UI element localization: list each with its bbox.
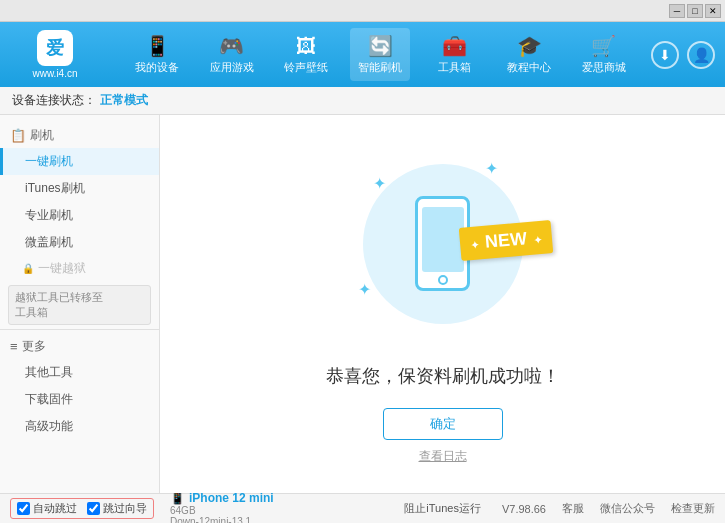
sidebar-divider: [0, 329, 159, 330]
status-bar: 设备连接状态： 正常模式: [0, 87, 725, 115]
phone-screen: [422, 207, 464, 272]
sidebar-section-flash: 📋 刷机: [0, 123, 159, 148]
success-illustration: NEW ✦ ✦ ✦: [343, 144, 543, 344]
skip-wizard-checkbox[interactable]: 跳过向导: [87, 501, 147, 516]
nav-mall[interactable]: 🛒 爱思商城: [574, 28, 634, 81]
download-button[interactable]: ⬇: [651, 41, 679, 69]
bottom-right: 阻止iTunes运行 V7.98.66 客服 微信公众号 检查更新: [399, 499, 715, 518]
wallpaper-icon: 🖼: [296, 35, 316, 58]
other-tools-label: 其他工具: [25, 365, 73, 379]
one-click-flash-label: 一键刷机: [25, 154, 73, 168]
more-section-label: 更多: [22, 338, 46, 355]
device-info: 📱 iPhone 12 mini 64GB Down-12mini-13,1: [170, 491, 274, 524]
logo-area: 爱 www.i4.cn: [0, 22, 110, 87]
tutorial-icon: 🎓: [517, 34, 542, 58]
sidebar-section-more: ≡ 更多: [0, 334, 159, 359]
itunes-flash-label: iTunes刷机: [25, 181, 85, 195]
sidebar-item-itunes-flash[interactable]: iTunes刷机: [0, 175, 159, 202]
nav-toolbox[interactable]: 🧰 工具箱: [425, 28, 485, 81]
sidebar-item-other-tools[interactable]: 其他工具: [0, 359, 159, 386]
secondary-link[interactable]: 查看日志: [419, 448, 467, 465]
sidebar-item-pro-flash[interactable]: 专业刷机: [0, 202, 159, 229]
status-value: 正常模式: [100, 92, 148, 109]
more-section-icon: ≡: [10, 339, 18, 354]
header: 爱 www.i4.cn 📱 我的设备 🎮 应用游戏 🖼 铃声壁纸 🔄 智能刷机 …: [0, 22, 725, 87]
nav-right: ⬇ 👤: [651, 41, 725, 69]
flash-section-label: 刷机: [30, 127, 54, 144]
nav-wallpaper[interactable]: 🖼 铃声壁纸: [276, 29, 336, 81]
toolbox-label: 工具箱: [438, 60, 471, 75]
tutorial-label: 教程中心: [507, 60, 551, 75]
close-button[interactable]: ✕: [705, 4, 721, 18]
version-text: V7.98.66: [502, 503, 546, 515]
jailbreak-notice: 越狱工具已转移至工具箱: [8, 285, 151, 325]
skip-wizard-input[interactable]: [87, 502, 100, 515]
user-button[interactable]: 👤: [687, 41, 715, 69]
wechat-link[interactable]: 微信公众号: [600, 501, 655, 516]
nav-tutorial[interactable]: 🎓 教程中心: [499, 28, 559, 81]
sidebar-item-advanced[interactable]: 高级功能: [0, 413, 159, 440]
nav-apps-games[interactable]: 🎮 应用游戏: [202, 28, 262, 81]
logo-icon: 爱: [37, 30, 73, 66]
new-badge-text: NEW: [485, 228, 529, 252]
auto-skip-label: 自动跳过: [33, 501, 77, 516]
mall-label: 爱思商城: [582, 60, 626, 75]
mall-icon: 🛒: [591, 34, 616, 58]
my-device-label: 我的设备: [135, 60, 179, 75]
checkbox-group: 自动跳过 跳过向导: [10, 498, 154, 519]
content-area: NEW ✦ ✦ ✦ 恭喜您，保资料刷机成功啦！ 确定 查看日志: [160, 115, 725, 493]
advanced-label: 高级功能: [25, 419, 73, 433]
apps-games-label: 应用游戏: [210, 60, 254, 75]
jailbreak-label: 一键越狱: [38, 260, 86, 277]
pro-flash-label: 专业刷机: [25, 208, 73, 222]
apps-games-icon: 🎮: [219, 34, 244, 58]
check-update-link[interactable]: 检查更新: [671, 501, 715, 516]
logo-text: www.i4.cn: [32, 68, 77, 79]
nav-my-device[interactable]: 📱 我的设备: [127, 28, 187, 81]
sidebar-item-micro-flash[interactable]: 微盖刷机: [0, 229, 159, 256]
sidebar-item-one-click-flash[interactable]: 一键刷机: [0, 148, 159, 175]
micro-flash-label: 微盖刷机: [25, 235, 73, 249]
stop-itunes-button[interactable]: 阻止iTunes运行: [399, 499, 486, 518]
success-text: 恭喜您，保资料刷机成功啦！: [326, 364, 560, 388]
sidebar-item-jailbreak: 🔒 一键越狱: [0, 256, 159, 281]
sparkle-icon-1: ✦: [373, 174, 386, 193]
nav-smart-flash[interactable]: 🔄 智能刷机: [350, 28, 410, 81]
smart-flash-label: 智能刷机: [358, 60, 402, 75]
minimize-button[interactable]: ─: [669, 4, 685, 18]
lock-icon: 🔒: [22, 263, 34, 274]
sidebar-item-download-firmware[interactable]: 下载固件: [0, 386, 159, 413]
customer-service-link[interactable]: 客服: [562, 501, 584, 516]
wallpaper-label: 铃声壁纸: [284, 60, 328, 75]
download-firmware-label: 下载固件: [25, 392, 73, 406]
nav-items: 📱 我的设备 🎮 应用游戏 🖼 铃声壁纸 🔄 智能刷机 🧰 工具箱 🎓 教程中心…: [110, 22, 651, 87]
title-bar: ─ □ ✕: [0, 0, 725, 22]
sparkle-icon-2: ✦: [485, 159, 498, 178]
auto-skip-input[interactable]: [17, 502, 30, 515]
sidebar: 📋 刷机 一键刷机 iTunes刷机 专业刷机 微盖刷机 🔒 一键越狱 越狱工具…: [0, 115, 160, 493]
skip-wizard-label: 跳过向导: [103, 501, 147, 516]
jailbreak-notice-text: 越狱工具已转移至工具箱: [15, 291, 103, 318]
device-model: Down-12mini-13,1: [170, 516, 274, 524]
main-layout: 📋 刷机 一键刷机 iTunes刷机 专业刷机 微盖刷机 🔒 一键越狱 越狱工具…: [0, 115, 725, 493]
confirm-button[interactable]: 确定: [383, 408, 503, 440]
toolbox-icon: 🧰: [442, 34, 467, 58]
bottom-bar: 自动跳过 跳过向导 📱 iPhone 12 mini 64GB Down-12m…: [0, 493, 725, 523]
phone-home-button: [438, 275, 448, 285]
flash-section-icon: 📋: [10, 128, 26, 143]
auto-skip-checkbox[interactable]: 自动跳过: [17, 501, 77, 516]
my-device-icon: 📱: [145, 34, 170, 58]
smart-flash-icon: 🔄: [368, 34, 393, 58]
device-storage: 64GB: [170, 505, 274, 516]
restore-button[interactable]: □: [687, 4, 703, 18]
sparkle-icon-3: ✦: [358, 280, 371, 299]
status-label: 设备连接状态：: [12, 92, 96, 109]
